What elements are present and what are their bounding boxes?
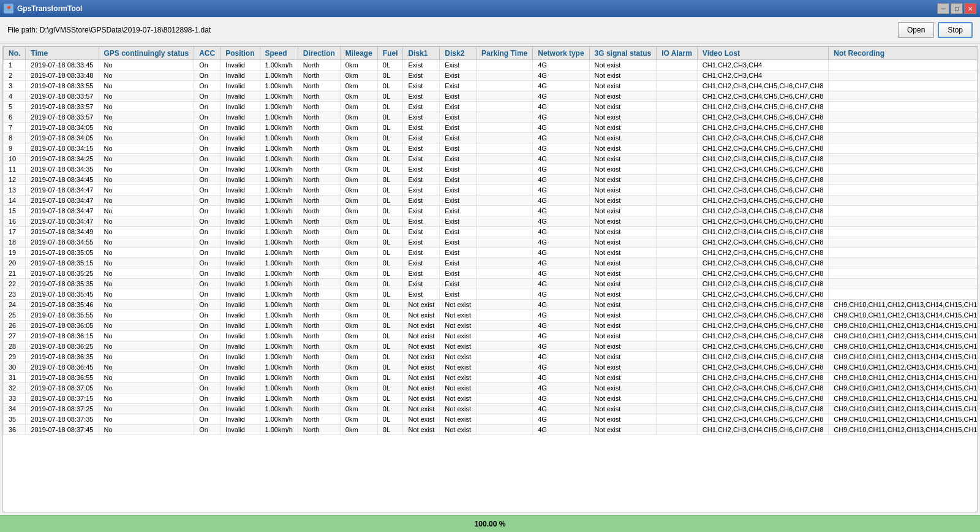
table-row[interactable]: 192019-07-18 08:35:05NoOnInvalid1.00km/h…: [4, 248, 978, 258]
cell-19-14: [657, 258, 698, 268]
cell-28-5: 1.00km/h: [260, 352, 298, 362]
cell-16-16: [829, 227, 978, 237]
stop-button[interactable]: Stop: [938, 22, 973, 38]
table-row[interactable]: 342019-07-18 08:37:25NoOnInvalid1.00km/h…: [4, 404, 978, 414]
cell-0-2: No: [99, 60, 194, 70]
table-row[interactable]: 232019-07-18 08:35:45NoOnInvalid1.00km/h…: [4, 289, 978, 300]
table-row[interactable]: 112019-07-18 08:34:35NoOnInvalid1.00km/h…: [4, 164, 978, 175]
table-row[interactable]: 52019-07-18 08:33:57NoOnInvalid1.00km/hN…: [4, 102, 978, 112]
table-row[interactable]: 82019-07-18 08:34:05NoOnInvalid1.00km/hN…: [4, 133, 978, 143]
table-row[interactable]: 72019-07-18 08:34:05NoOnInvalid1.00km/hN…: [4, 123, 978, 133]
cell-6-8: 0L: [377, 123, 403, 133]
cell-31-0: 32: [4, 383, 26, 393]
cell-5-14: [657, 112, 698, 123]
cell-20-11: [477, 268, 533, 279]
close-button[interactable]: ✕: [964, 3, 976, 14]
cell-3-8: 0L: [377, 91, 403, 102]
window-body: File path: D:\gIVMSStore\GPSData\2019-07…: [0, 17, 980, 532]
cell-1-15: CH1,CH2,CH3,CH4: [697, 70, 828, 81]
data-table-container[interactable]: No. Time GPS continuingly status ACC Pos…: [2, 46, 978, 512]
table-row[interactable]: 312019-07-18 08:36:55NoOnInvalid1.00km/h…: [4, 373, 978, 383]
cell-3-15: CH1,CH2,CH3,CH4,CH5,CH6,CH7,CH8: [697, 91, 828, 102]
table-row[interactable]: 142019-07-18 08:34:47NoOnInvalid1.00km/h…: [4, 196, 978, 206]
cell-2-8: 0L: [377, 81, 403, 91]
table-row[interactable]: 132019-07-18 08:34:47NoOnInvalid1.00km/h…: [4, 185, 978, 196]
cell-31-16: CH9,CH10,CH11,CH12,CH13,CH14,CH15,CH16: [829, 383, 978, 393]
cell-10-12: 4G: [533, 164, 589, 175]
cell-33-2: No: [99, 404, 194, 414]
table-row[interactable]: 262019-07-18 08:36:05NoOnInvalid1.00km/h…: [4, 321, 978, 331]
cell-31-13: Not exist: [589, 383, 657, 393]
cell-30-5: 1.00km/h: [260, 373, 298, 383]
title-controls[interactable]: ─ □ ✕: [937, 3, 976, 14]
cell-3-12: 4G: [533, 91, 589, 102]
table-row[interactable]: 42019-07-18 08:33:57NoOnInvalid1.00km/hN…: [4, 91, 978, 102]
table-row[interactable]: 152019-07-18 08:34:47NoOnInvalid1.00km/h…: [4, 206, 978, 216]
cell-1-9: Exist: [403, 70, 440, 81]
table-row[interactable]: 242019-07-18 08:35:46NoOnInvalid1.00km/h…: [4, 300, 978, 310]
cell-18-7: 0km: [340, 248, 377, 258]
cell-9-13: Not exist: [589, 154, 657, 164]
table-row[interactable]: 162019-07-18 08:34:47NoOnInvalid1.00km/h…: [4, 216, 978, 227]
cell-29-0: 30: [4, 362, 26, 373]
cell-18-9: Exist: [403, 248, 440, 258]
cell-31-6: North: [298, 383, 340, 393]
cell-19-2: No: [99, 258, 194, 268]
cell-30-0: 31: [4, 373, 26, 383]
cell-13-5: 1.00km/h: [260, 196, 298, 206]
cell-18-5: 1.00km/h: [260, 248, 298, 258]
cell-34-11: [477, 414, 533, 425]
cell-5-10: Exist: [440, 112, 477, 123]
cell-7-6: North: [298, 133, 340, 143]
cell-5-6: North: [298, 112, 340, 123]
table-row[interactable]: 272019-07-18 08:36:15NoOnInvalid1.00km/h…: [4, 331, 978, 341]
cell-17-0: 18: [4, 237, 26, 248]
table-row[interactable]: 172019-07-18 08:34:49NoOnInvalid1.00km/h…: [4, 227, 978, 237]
cell-0-5: 1.00km/h: [260, 60, 298, 70]
table-row[interactable]: 12019-07-18 08:33:45NoOnInvalid1.00km/hN…: [4, 60, 978, 70]
cell-33-12: 4G: [533, 404, 589, 414]
table-row[interactable]: 32019-07-18 08:33:55NoOnInvalid1.00km/hN…: [4, 81, 978, 91]
table-row[interactable]: 252019-07-18 08:35:55NoOnInvalid1.00km/h…: [4, 310, 978, 321]
cell-16-11: [477, 227, 533, 237]
cell-24-3: On: [194, 310, 221, 321]
table-row[interactable]: 222019-07-18 08:35:35NoOnInvalid1.00km/h…: [4, 279, 978, 289]
cell-31-14: [657, 383, 698, 393]
cell-12-13: Not exist: [589, 185, 657, 196]
cell-33-3: On: [194, 404, 221, 414]
cell-1-2: No: [99, 70, 194, 81]
cell-8-3: On: [194, 143, 221, 154]
minimize-button[interactable]: ─: [937, 3, 949, 14]
cell-23-15: CH1,CH2,CH3,CH4,CH5,CH6,CH7,CH8: [697, 300, 828, 310]
cell-16-2: No: [99, 227, 194, 237]
cell-4-8: 0L: [377, 102, 403, 112]
table-row[interactable]: 92019-07-18 08:34:15NoOnInvalid1.00km/hN…: [4, 143, 978, 154]
cell-28-6: North: [298, 352, 340, 362]
table-row[interactable]: 322019-07-18 08:37:05NoOnInvalid1.00km/h…: [4, 383, 978, 393]
maximize-button[interactable]: □: [951, 3, 963, 14]
table-row[interactable]: 332019-07-18 08:37:15NoOnInvalid1.00km/h…: [4, 393, 978, 404]
cell-3-1: 2019-07-18 08:33:57: [26, 91, 99, 102]
open-button[interactable]: Open: [898, 22, 934, 38]
table-row[interactable]: 202019-07-18 08:35:15NoOnInvalid1.00km/h…: [4, 258, 978, 268]
cell-6-16: [829, 123, 978, 133]
table-row[interactable]: 212019-07-18 08:35:25NoOnInvalid1.00km/h…: [4, 268, 978, 279]
cell-16-7: 0km: [340, 227, 377, 237]
table-row[interactable]: 302019-07-18 08:36:45NoOnInvalid1.00km/h…: [4, 362, 978, 373]
table-row[interactable]: 292019-07-18 08:36:35NoOnInvalid1.00km/h…: [4, 352, 978, 362]
table-row[interactable]: 282019-07-18 08:36:25NoOnInvalid1.00km/h…: [4, 341, 978, 352]
table-row[interactable]: 122019-07-18 08:34:45NoOnInvalid1.00km/h…: [4, 175, 978, 185]
table-row[interactable]: 352019-07-18 08:37:35NoOnInvalid1.00km/h…: [4, 414, 978, 425]
cell-0-16: [829, 60, 978, 70]
table-row[interactable]: 182019-07-18 08:34:55NoOnInvalid1.00km/h…: [4, 237, 978, 248]
cell-16-1: 2019-07-18 08:34:49: [26, 227, 99, 237]
col-video-lost: Video Lost: [697, 47, 828, 60]
table-row[interactable]: 102019-07-18 08:34:25NoOnInvalid1.00km/h…: [4, 154, 978, 164]
table-row[interactable]: 362019-07-18 08:37:45NoOnInvalid1.00km/h…: [4, 425, 978, 435]
cell-5-13: Not exist: [589, 112, 657, 123]
cell-19-3: On: [194, 258, 221, 268]
cell-35-1: 2019-07-18 08:37:45: [26, 425, 99, 435]
table-row[interactable]: 22019-07-18 08:33:48NoOnInvalid1.00km/hN…: [4, 70, 978, 81]
cell-12-10: Exist: [440, 185, 477, 196]
table-row[interactable]: 62019-07-18 08:33:57NoOnInvalid1.00km/hN…: [4, 112, 978, 123]
